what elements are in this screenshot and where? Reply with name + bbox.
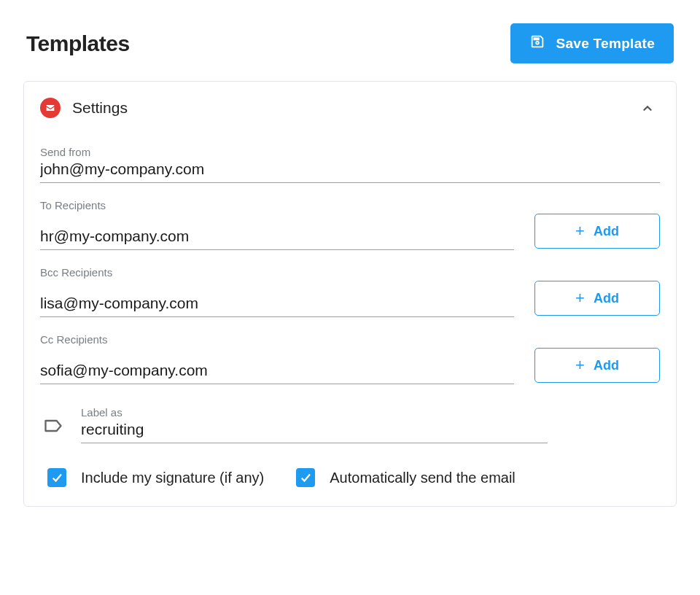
checkbox-row: Include my signature (if any) Automatica…	[40, 468, 660, 487]
send-from-label: Send from	[40, 146, 660, 158]
auto-send-label: Automatically send the email	[330, 470, 516, 486]
cc-recipients-field: Cc Recipients + Add	[40, 333, 660, 384]
to-recipients-field: To Recipients + Add	[40, 199, 660, 250]
section-header[interactable]: Settings	[40, 96, 660, 130]
label-as-field: Label as	[40, 406, 660, 443]
plus-icon: +	[575, 223, 585, 239]
save-button-label: Save Template	[556, 36, 655, 52]
bcc-recipients-label: Bcc Recipients	[40, 266, 660, 279]
auto-send-option: Automatically send the email	[296, 468, 516, 487]
cc-recipients-input[interactable]	[40, 362, 514, 379]
include-signature-checkbox[interactable]	[47, 468, 66, 487]
send-from-input[interactable]	[40, 160, 660, 178]
plus-icon: +	[575, 357, 585, 373]
include-signature-label: Include my signature (if any)	[81, 470, 264, 486]
include-signature-option: Include my signature (if any)	[47, 468, 264, 487]
add-cc-recipient-button[interactable]: + Add	[534, 348, 660, 383]
to-recipients-input[interactable]	[40, 228, 514, 245]
cc-recipients-label: Cc Recipients	[40, 333, 660, 346]
add-bcc-recipient-button[interactable]: + Add	[534, 281, 660, 316]
tag-icon	[43, 416, 63, 436]
add-button-label: Add	[594, 358, 619, 373]
add-button-label: Add	[594, 224, 619, 239]
label-as-label: Label as	[81, 406, 548, 419]
app-logo-icon	[40, 98, 61, 118]
label-as-input[interactable]	[81, 421, 548, 438]
save-icon	[529, 34, 545, 53]
settings-card: Settings Send from To Recipients + Add B…	[23, 81, 677, 507]
to-recipients-label: To Recipients	[40, 199, 660, 211]
auto-send-checkbox[interactable]	[296, 468, 315, 487]
save-template-button[interactable]: Save Template	[510, 23, 674, 63]
bcc-recipients-input[interactable]	[40, 295, 514, 312]
page-header: Templates Save Template	[23, 23, 677, 63]
chevron-up-icon[interactable]	[639, 101, 656, 117]
section-title: Settings	[72, 99, 128, 117]
bcc-recipients-field: Bcc Recipients + Add	[40, 266, 660, 317]
plus-icon: +	[575, 290, 585, 306]
page-title: Templates	[26, 31, 130, 56]
add-to-recipient-button[interactable]: + Add	[534, 214, 660, 249]
add-button-label: Add	[594, 291, 619, 306]
send-from-field: Send from	[40, 146, 660, 183]
